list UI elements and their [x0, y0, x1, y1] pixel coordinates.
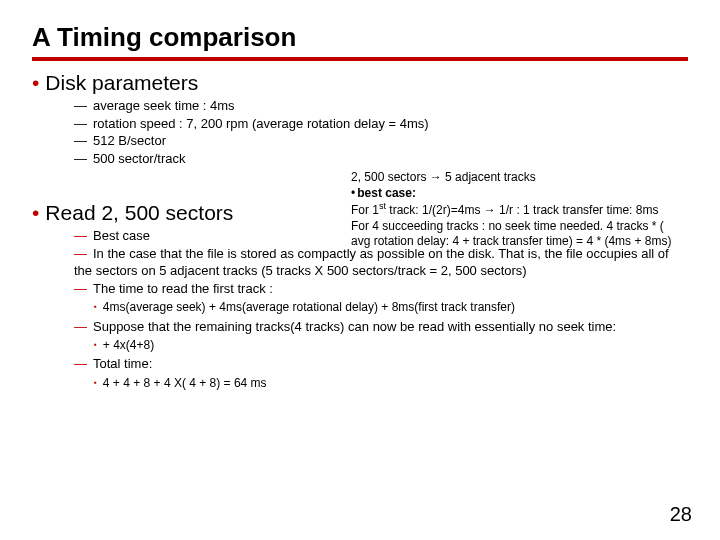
list-item: The time to read the first track : 4ms(a… — [74, 280, 688, 316]
callout-box: 2, 500 sectors → 5 adjacent tracks •best… — [347, 168, 690, 252]
list-item: 512 B/sector — [74, 132, 688, 150]
bullet-icon: • — [32, 201, 39, 224]
section-heading: Disk parameters — [45, 71, 198, 94]
slide-title: A Timing comparison — [32, 22, 688, 53]
list-item: 500 sector/track — [74, 150, 688, 168]
section-heading: Read 2, 500 sectors — [45, 201, 233, 224]
sub-item: + 4x(4+8) — [94, 337, 688, 353]
arrow-icon: → — [430, 170, 442, 184]
title-rule — [32, 57, 688, 61]
list-item: Total time: 4 + 4 + 8 + 4 X( 4 + 8) = 64… — [74, 355, 688, 391]
page-number: 28 — [670, 503, 692, 526]
list-item: rotation speed : 7, 200 rpm (average rot… — [74, 115, 688, 133]
bullet-icon: • — [32, 71, 39, 94]
arrow-icon: → — [484, 203, 496, 217]
sub-item: 4ms(average seek) + 4ms(average rotation… — [94, 299, 688, 315]
section-disk-params: •Disk parameters — [32, 71, 688, 95]
sub-item: 4 + 4 + 8 + 4 X( 4 + 8) = 64 ms — [94, 375, 688, 391]
list-item: average seek time : 4ms — [74, 97, 688, 115]
disk-params-list: average seek time : 4ms rotation speed :… — [74, 97, 688, 167]
list-item: Suppose that the remaining tracks(4 trac… — [74, 318, 688, 354]
